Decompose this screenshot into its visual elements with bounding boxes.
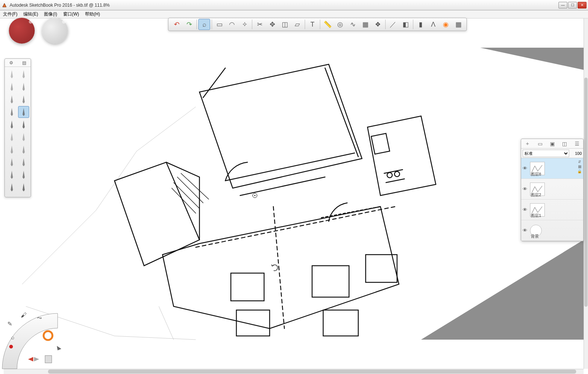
toolbar-crop-button[interactable]: ✂ [254,19,266,30]
layer-folder-button[interactable]: ▭ [538,141,543,147]
layer-row[interactable]: 👁图层8⇵▦🔒 [521,158,583,179]
secondary-color-puck[interactable] [42,18,68,44]
brush-brush-1[interactable] [6,144,17,156]
brush-brush-2[interactable] [18,144,29,156]
layer-row[interactable]: 👁图层1 [521,200,583,220]
toolbar-ellipse-guide-button[interactable]: ◎ [334,19,346,30]
toolbar-zoom-button[interactable]: ⌕ [198,19,210,30]
lagoon-smudge-icon: ⤳ [37,315,42,321]
brush-ink-1[interactable] [6,106,17,118]
menu-image[interactable]: 图像(I) [44,11,57,17]
layer-name-label: 图层8 [531,171,541,177]
horizontal-scrollbar[interactable] [4,369,584,374]
lagoon-brush-size-icon: ✎ [7,321,12,327]
toolbar-shapes-button[interactable]: ◧ [400,19,411,30]
toolbar-line-stroke-button[interactable]: ／ [387,19,399,30]
window-title: Autodesk SketchBook Pro 2016 - skb.tif @… [10,3,558,8]
layer-name-label: 背景 [531,234,539,239]
minimize-button[interactable]: — [558,2,567,8]
layer-row[interactable]: 👁背景 [521,220,583,241]
brush-pencil-2[interactable] [18,68,29,80]
layer-opacity-value[interactable]: 100 [571,151,582,156]
menu-window[interactable]: 窗口(W) [63,11,79,17]
brush-ink-2-sel[interactable] [18,106,29,118]
layer-image-button[interactable]: ▣ [550,141,555,147]
layer-menu-button[interactable]: ☰ [575,141,580,147]
menu-bar: 文件(F) 编辑(E) 图像(I) 窗口(W) 帮助(H) [0,10,588,18]
toolbar-transform-distort-button[interactable]: ▱ [291,19,303,30]
menu-help[interactable]: 帮助(H) [85,11,100,17]
brush-pen-1[interactable] [6,94,17,105]
toolbar-copic-button[interactable]: ▮ [415,19,427,30]
toolbar-marquee-rect-button[interactable]: ▭ [213,19,225,30]
vertical-scroll-thumb[interactable] [584,78,588,307]
toolbar-transform-move-button[interactable]: ✥ [266,19,278,30]
brush-smudge-1[interactable] [6,169,17,181]
brush-flat-1[interactable] [6,181,17,193]
primary-color-puck[interactable] [9,18,35,44]
brush-paint-2[interactable] [18,156,29,168]
brush-palette-pin-icon[interactable]: ▤ [22,60,26,65]
brush-erase-2[interactable] [18,119,29,130]
layer-side-2-icon[interactable]: 🔒 [577,169,582,173]
maximize-button[interactable]: ☐ [568,2,577,8]
menu-file[interactable]: 文件(F) [3,11,17,17]
svg-rect-6 [312,266,349,297]
layer-visibility-icon[interactable]: 👁 [523,228,529,233]
toolbar-brush-lib-button[interactable]: Λ [427,19,439,30]
title-bar: Autodesk SketchBook Pro 2016 - skb.tif @… [0,0,588,10]
layer-visibility-icon[interactable]: 👁 [523,207,529,212]
toolbar-undo-button[interactable]: ↶ [171,19,182,30]
brush-marker-1[interactable] [6,81,17,93]
lagoon-brush-icon: 🖌 [21,312,27,318]
toolbar-perspective-button[interactable]: ▦ [359,19,371,30]
menu-edit[interactable]: 编辑(E) [23,11,38,17]
close-button[interactable]: ✕ [578,2,587,8]
brush-smudge-2[interactable] [18,169,29,181]
toolbar-redo-button[interactable]: ↷ [183,19,195,30]
brush-air-1[interactable] [6,131,17,143]
toolbar-ruler-button[interactable]: 📏 [322,19,334,30]
lagoon-redo-icon [34,357,39,361]
vertical-scrollbar[interactable] [584,18,588,369]
brush-air-2[interactable] [18,131,29,143]
toolbar-layers-toggle-button[interactable]: ▦ [452,19,464,30]
layer-side-0-icon[interactable]: ⇵ [577,160,582,164]
layer-row[interactable]: 👁图层2 [521,179,583,200]
toolbar-symmetry-button[interactable]: ❖ [372,19,384,30]
layer-visibility-icon[interactable]: 👁 [523,186,529,192]
layers-panel: ＋ ▭ ▣ ◫ ☰ 标准 100 👁图层8⇵▦🔒👁图层2👁图层1👁背景 [521,139,584,241]
brush-pen-2[interactable] [18,94,29,105]
lagoon-color-ring-icon [44,331,52,340]
drawing-canvas[interactable] [4,18,584,369]
svg-rect-4 [231,273,264,301]
lagoon-undo-icon [28,357,33,361]
lagoon-pointer-icon [57,346,61,350]
toolbar-marquee-lasso-button[interactable]: ◠ [226,19,238,30]
brush-palette-settings-icon[interactable]: ⚙ [9,60,13,65]
brush-marker-2[interactable] [18,81,29,93]
brush-palette: ⚙ ▤ [4,58,31,197]
brush-erase-1[interactable] [6,119,17,130]
brush-paint-1[interactable] [6,156,17,168]
layer-visibility-icon[interactable]: 👁 [523,166,529,171]
layer-add-button[interactable]: ＋ [525,140,530,147]
brush-pencil-1[interactable] [6,68,17,80]
lagoon-widget[interactable]: ✎ 🖌 ⤳ ⌕ [2,310,76,369]
horizontal-scroll-thumb[interactable] [48,370,576,374]
svg-point-10 [254,195,256,196]
toolbar-french-curve-button[interactable]: ∿ [347,19,359,30]
toolbar-color-wheel-button[interactable]: ◉ [440,19,452,30]
blend-mode-select[interactable]: 标准 [523,150,569,157]
toolbar-text-button[interactable]: T [307,19,318,30]
layer-side-1-icon[interactable]: ▦ [577,164,582,169]
toolbar-transform-free-button[interactable]: ◫ [279,19,291,30]
svg-rect-5 [236,310,270,336]
layer-fx-button[interactable]: ◫ [562,141,567,147]
window-controls: — ☐ ✕ [558,2,587,8]
layer-name-label: 图层1 [531,213,541,218]
brush-flat-2[interactable] [18,181,29,193]
toolbar-marquee-magic-button[interactable]: ✧ [239,19,250,30]
main-toolbar: ↶↷⌕▭◠✧✂✥◫▱T📏◎∿▦❖／◧▮Λ◉▦ [168,18,467,31]
canvas-viewport[interactable] [4,18,584,369]
